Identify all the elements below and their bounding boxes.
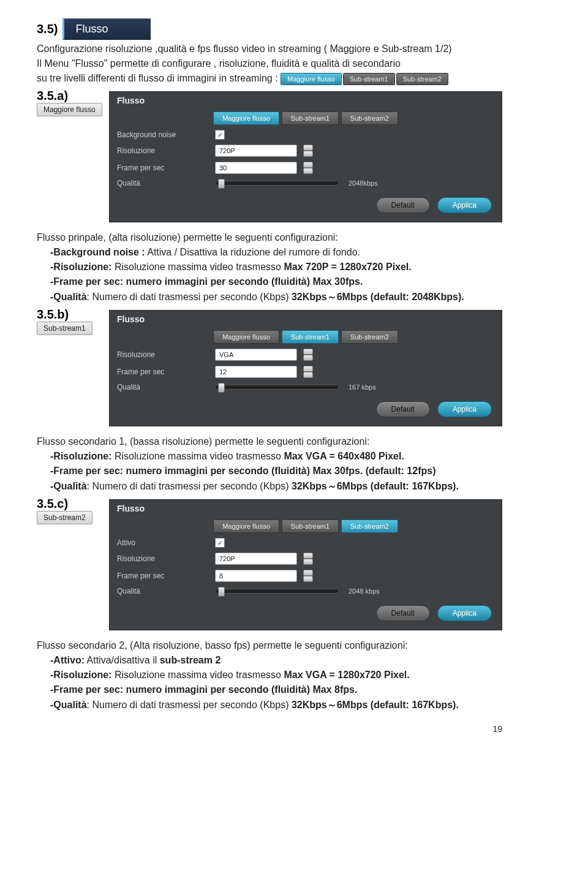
row-label: Attivo <box>117 538 215 547</box>
section-number: 3.5) <box>37 22 58 36</box>
default-button[interactable]: Default <box>376 197 430 213</box>
desc-line: -Qualità: Numero di dati trasmessi per s… <box>50 699 502 712</box>
stepper-icon[interactable] <box>303 366 313 378</box>
apply-button[interactable]: Applica <box>437 197 492 213</box>
quality-value: 2048kbps <box>349 179 378 187</box>
quality-slider[interactable] <box>215 181 339 186</box>
row-label: Background noise <box>117 130 215 139</box>
tab-sub-stream1[interactable]: Sub-stream1 <box>343 73 395 85</box>
intro-line-2: Il Menu "Flusso" permette di configurare… <box>37 58 502 69</box>
desc-line: -Frame per sec: numero immagini per seco… <box>50 466 502 477</box>
row-label: Risoluzione <box>117 554 215 563</box>
quality-slider[interactable] <box>215 589 339 594</box>
row-label: Risoluzione <box>117 146 215 155</box>
desc-line: -Qualità: Numero di dati trasmessi per s… <box>50 480 502 493</box>
stepper-icon[interactable] <box>303 349 313 361</box>
tab-sub-stream1[interactable]: Sub-stream1 <box>282 330 339 344</box>
tab-maggiore-flusso[interactable]: Maggiore flusso <box>213 519 279 533</box>
tab-sub-stream1[interactable]: Sub-stream1 <box>282 519 339 533</box>
tab-sub-stream2[interactable]: Sub-stream2 <box>396 73 448 85</box>
panel-title: Flusso <box>110 311 502 324</box>
background-noise-checkbox[interactable]: ✓ <box>215 130 225 140</box>
desc-line: -Frame per sec: numero immagini per seco… <box>50 684 502 695</box>
attivo-checkbox[interactable]: ✓ <box>215 538 225 548</box>
intro-line-3: su tre livelli differenti di flusso di i… <box>37 73 502 85</box>
maggiore-flusso-chip[interactable]: Maggiore flusso <box>37 103 102 116</box>
panel-title: Flusso <box>110 92 502 105</box>
panel-sub-stream2: Flusso Maggiore flusso Sub-stream1 Sub-s… <box>109 499 502 630</box>
panel-maggiore-flusso: Flusso Maggiore flusso Sub-stream1 Sub-s… <box>109 91 502 222</box>
quality-value: 167 kbps <box>349 383 376 391</box>
tab-sub-stream2[interactable]: Sub-stream2 <box>341 519 398 533</box>
quality-value: 2048 kbps <box>349 587 380 595</box>
tab-sub-stream2[interactable]: Sub-stream2 <box>341 111 398 125</box>
desc-line: -Risoluzione: Risoluzione massima video … <box>50 670 502 681</box>
desc-line: -Attivo: Attiva/disattiva il sub-stream … <box>50 655 502 666</box>
risoluzione-select[interactable]: 720P <box>215 553 297 565</box>
apply-button[interactable]: Applica <box>437 605 492 621</box>
desc-line: -Risoluzione: Risoluzione massima video … <box>50 451 502 462</box>
intro-line-1: Configurazione risoluzione ,qualità e fp… <box>37 43 502 55</box>
desc-title-c: Flusso secondario 2, (Alta risoluzione, … <box>37 640 502 651</box>
tab-sub-stream2[interactable]: Sub-stream2 <box>341 330 398 344</box>
row-label: Qualità <box>117 383 215 391</box>
fps-select[interactable]: 30 <box>215 162 297 174</box>
stepper-icon[interactable] <box>303 145 313 157</box>
row-label: Risoluzione <box>117 350 215 359</box>
default-button[interactable]: Default <box>376 605 430 621</box>
tab-maggiore-flusso[interactable]: Maggiore flusso <box>213 111 279 125</box>
row-label: Frame per sec <box>117 572 215 580</box>
default-button[interactable]: Default <box>376 401 430 417</box>
desc-line: -Background noise : Attiva / Disattiva l… <box>50 247 502 258</box>
panel-title: Flusso <box>110 500 502 513</box>
apply-button[interactable]: Applica <box>437 401 492 417</box>
tab-sub-stream1[interactable]: Sub-stream1 <box>282 111 339 125</box>
desc-title-a: Flusso prinpale, (alta risoluzione) perm… <box>37 232 502 243</box>
page-number: 19 <box>37 724 502 734</box>
fps-select[interactable]: 8 <box>215 570 297 582</box>
tab-maggiore-flusso[interactable]: Maggiore flusso <box>213 330 279 344</box>
quality-slider[interactable] <box>215 385 339 390</box>
flusso-nav-item[interactable]: Flusso <box>62 18 151 40</box>
sub-stream2-chip[interactable]: Sub-stream2 <box>37 511 92 524</box>
risoluzione-select[interactable]: 720P <box>215 145 297 157</box>
section-number-b: 3.5.b) <box>37 308 104 322</box>
row-label: Frame per sec <box>117 368 215 376</box>
desc-line: -Frame per sec: numero immagini per seco… <box>50 276 502 287</box>
section-number-a: 3.5.a) <box>37 89 104 103</box>
stepper-icon[interactable] <box>303 162 313 174</box>
row-label: Qualità <box>117 587 215 595</box>
panel-sub-stream1: Flusso Maggiore flusso Sub-stream1 Sub-s… <box>109 310 502 426</box>
sub-stream1-chip[interactable]: Sub-stream1 <box>37 322 92 335</box>
tab-maggiore-flusso[interactable]: Maggiore flusso <box>281 73 342 85</box>
fps-select[interactable]: 12 <box>215 366 297 378</box>
row-label: Qualità <box>117 179 215 187</box>
desc-title-b: Flusso secondario 1, (bassa risoluzione)… <box>37 436 502 447</box>
risoluzione-select[interactable]: VGA <box>215 349 297 361</box>
stream-level-tabs: Maggiore flusso Sub-stream1 Sub-stream2 <box>281 73 448 85</box>
desc-line: -Risoluzione: Risoluzione massima video … <box>50 262 502 273</box>
section-number-c: 3.5.c) <box>37 497 104 511</box>
stepper-icon[interactable] <box>303 570 313 582</box>
desc-line: -Qualità: Numero di dati trasmessi per s… <box>50 291 502 304</box>
row-label: Frame per sec <box>117 164 215 172</box>
stepper-icon[interactable] <box>303 553 313 565</box>
